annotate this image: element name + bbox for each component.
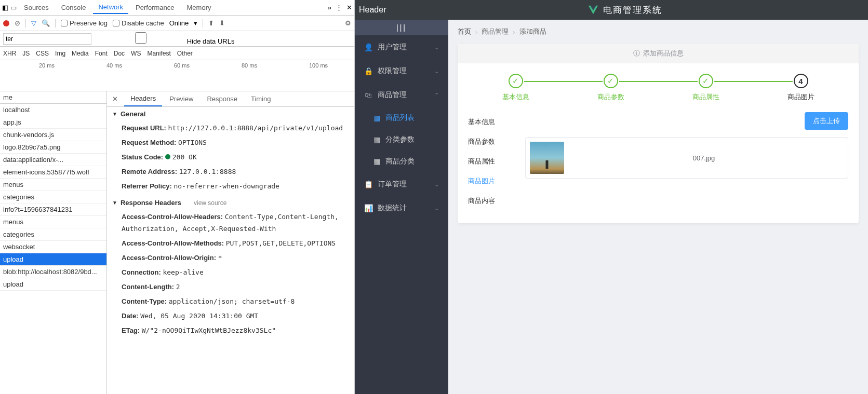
type-doc[interactable]: Doc [114, 50, 125, 57]
uploaded-file-row[interactable]: 007.jpg [525, 137, 848, 179]
request-row[interactable]: chunk-vendors.js [0, 129, 106, 141]
device-icon[interactable]: ▭ [10, 4, 17, 11]
request-row[interactable]: logo.82b9c7a5.png [0, 141, 106, 154]
general-section: ▼General Request URL: http://127.0.0.1:8… [112, 110, 349, 194]
close-devtools-icon[interactable]: ✕ [346, 4, 352, 11]
tab-memory[interactable]: Memory [182, 2, 217, 13]
request-row[interactable]: websocket [0, 241, 106, 253]
request-row[interactable]: element-icons.535877f5.woff [0, 166, 106, 179]
request-row[interactable]: app.js [0, 116, 106, 129]
type-css[interactable]: CSS [36, 50, 49, 57]
tab-sources[interactable]: Sources [19, 2, 54, 13]
settings-icon[interactable]: ⋮ [336, 4, 342, 11]
detail-tab-headers[interactable]: Headers [124, 91, 162, 106]
chevron-up-icon: ⌃ [434, 92, 439, 99]
type-manifest[interactable]: Manifest [147, 50, 170, 57]
sidebar-item-goods[interactable]: 🛍商品管理⌃ [355, 83, 448, 107]
sidebar-item-rights[interactable]: 🔒权限管理⌄ [355, 59, 448, 83]
tab-params[interactable]: 商品参数 [468, 132, 515, 152]
tick: 80 ms [242, 62, 257, 69]
filter-bar: Hide data URLs [0, 31, 354, 47]
sidebar: ||| 👤用户管理⌄ 🔒权限管理⌄ 🛍商品管理⌃ ▦商品列表 ▦分类参数 ▦商品… [355, 20, 448, 394]
breadcrumb: 首页 › 商品管理 › 添加商品 [448, 20, 868, 44]
request-row[interactable]: menus [0, 179, 106, 191]
throttling-select[interactable]: Online [169, 19, 189, 27]
request-row[interactable]: localhost [0, 104, 106, 116]
tab-basic[interactable]: 基本信息 [468, 112, 515, 132]
tab-attrs[interactable]: 商品属性 [468, 152, 515, 171]
type-js[interactable]: JS [22, 50, 30, 57]
sidebar-sub-goods-list[interactable]: ▦商品列表 [355, 107, 448, 129]
sidebar-item-orders[interactable]: 📋订单管理⌄ [355, 172, 448, 196]
disable-cache-checkbox[interactable]: Disable cache [113, 19, 164, 27]
request-row[interactable]: blob:http://localhost:8082/9bd... [0, 266, 106, 278]
view-source-link[interactable]: view source [194, 199, 226, 207]
tick: 100 ms [309, 62, 328, 69]
header-left-text: Header [359, 5, 386, 15]
chevron-down-icon: ⌄ [434, 181, 439, 188]
breadcrumb-item: 添加商品 [519, 27, 546, 36]
request-row[interactable]: upload [0, 278, 106, 291]
name-column-header[interactable]: me [0, 91, 106, 104]
tab-performance[interactable]: Performance [130, 2, 179, 13]
collapse-button[interactable]: ||| [355, 20, 448, 35]
timeline[interactable]: 20 ms 40 ms 60 ms 80 ms 100 ms [0, 60, 354, 91]
breadcrumb-home[interactable]: 首页 [458, 27, 471, 36]
clipboard-icon: 📋 [364, 180, 372, 188]
type-media[interactable]: Media [72, 50, 89, 57]
preserve-log-checkbox[interactable]: Preserve log [61, 19, 108, 27]
type-other[interactable]: Other [177, 50, 193, 57]
chart-icon: 📊 [364, 204, 372, 212]
throttle-arrow-icon[interactable]: ▾ [194, 19, 197, 27]
left-tabs: 基本信息 商品参数 商品属性 商品图片 商品内容 [468, 112, 515, 211]
tab-images[interactable]: 商品图片 [468, 171, 515, 191]
tick: 40 ms [106, 62, 122, 69]
tab-console[interactable]: Console [56, 2, 91, 13]
main-content: 首页 › 商品管理 › 添加商品 ⓘ添加商品信息 ✓基本信息 ✓商品参数 ✓商品… [448, 20, 868, 394]
detail-tab-timing[interactable]: Timing [245, 92, 277, 106]
clear-icon[interactable]: ⊘ [15, 19, 20, 27]
request-row[interactable]: menus [0, 216, 106, 228]
search-icon[interactable]: 🔍 [42, 19, 50, 27]
step-images: 4商品图片 [753, 74, 848, 102]
network-toolbar: ⊘ ▽ 🔍 Preserve log Disable cache Online … [0, 16, 354, 31]
request-row[interactable]: info?t=1596637841231 [0, 203, 106, 216]
upload-button[interactable]: 点击上传 [805, 112, 848, 130]
upload-har-icon[interactable]: ⬆ [208, 19, 214, 27]
sidebar-item-reports[interactable]: 📊数据统计⌄ [355, 196, 448, 220]
type-xhr[interactable]: XHR [3, 50, 16, 57]
gear-icon[interactable]: ⚙ [345, 19, 351, 27]
tab-content[interactable]: 商品内容 [468, 191, 515, 211]
request-row[interactable]: data:application/x-... [0, 154, 106, 166]
chevron-down-icon: ⌄ [434, 68, 439, 75]
detail-tab-response[interactable]: Response [201, 92, 244, 106]
sidebar-sub-params[interactable]: ▦分类参数 [355, 129, 448, 151]
inspect-icon[interactable]: ◧ [2, 4, 8, 11]
record-icon[interactable] [3, 20, 9, 26]
close-details-icon[interactable]: ✕ [107, 95, 123, 103]
collapse-icon[interactable]: ▼ [112, 111, 117, 117]
type-img[interactable]: Img [55, 50, 65, 57]
request-row[interactable]: categories [0, 191, 106, 203]
hide-data-urls-checkbox[interactable]: Hide data URLs [97, 32, 234, 45]
more-tabs-icon[interactable]: » [328, 4, 331, 11]
step-attrs: ✓商品属性 [658, 74, 753, 102]
sidebar-sub-categories[interactable]: ▦商品分类 [355, 151, 448, 172]
sidebar-item-users[interactable]: 👤用户管理⌄ [355, 35, 448, 59]
type-font[interactable]: Font [95, 50, 108, 57]
grid-icon: ▦ [373, 114, 380, 122]
bag-icon: 🛍 [364, 91, 372, 99]
request-types: XHR JS CSS Img Media Font Doc WS Manifes… [0, 47, 354, 60]
type-ws[interactable]: WS [131, 50, 141, 57]
filter-icon[interactable]: ▽ [31, 19, 36, 27]
breadcrumb-item[interactable]: 商品管理 [482, 27, 509, 36]
filter-input[interactable] [3, 33, 91, 45]
download-har-icon[interactable]: ⬇ [219, 19, 225, 27]
request-row[interactable]: categories [0, 228, 106, 241]
detail-tab-preview[interactable]: Preview [163, 92, 199, 106]
request-row-selected[interactable]: upload [0, 253, 106, 266]
collapse-icon[interactable]: ▼ [112, 200, 117, 206]
devtools-tabs: ◧ ▭ Sources Console Network Performance … [0, 0, 354, 16]
app-title: 电商管理系统 [386, 4, 864, 16]
tab-network[interactable]: Network [93, 1, 128, 14]
